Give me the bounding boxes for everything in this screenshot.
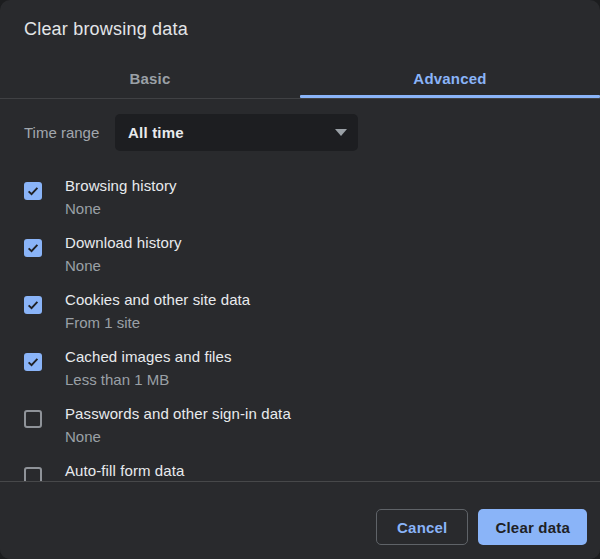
dialog-title: Clear browsing data [24, 19, 188, 40]
time-range-label: Time range [24, 124, 115, 141]
item-sub: None [65, 427, 291, 446]
item-sub: Less than 1 MB [65, 370, 232, 389]
dialog-header: Clear browsing data [0, 0, 600, 58]
checkmark-icon [26, 355, 40, 369]
passwords-checkbox[interactable] [24, 410, 42, 428]
tab-basic-label: Basic [129, 70, 170, 87]
item-label: Cookies and other site data [65, 290, 250, 309]
item-label: Cached images and files [65, 347, 232, 366]
checkmark-icon [26, 184, 40, 198]
item-sub: From 1 site [65, 313, 250, 332]
tab-advanced-label: Advanced [413, 70, 486, 87]
browsing-history-checkbox[interactable] [24, 182, 42, 200]
item-sub: None [65, 199, 177, 218]
item-sub: None [65, 256, 182, 275]
cancel-button[interactable]: Cancel [376, 509, 468, 545]
time-range-selected-value: All time [128, 124, 184, 141]
cached-images-checkbox[interactable] [24, 353, 42, 371]
tab-basic[interactable]: Basic [0, 58, 300, 98]
clear-browsing-data-dialog: Clear browsing data Basic Advanced Time … [0, 0, 600, 559]
clear-data-button[interactable]: Clear data [478, 509, 587, 545]
list-item-cookies: Cookies and other site data From 1 site [0, 290, 600, 347]
data-type-list: Browsing history None Download history N… [0, 176, 600, 482]
list-item-browsing-history: Browsing history None [0, 176, 600, 233]
time-range-select[interactable]: All time [115, 114, 358, 151]
download-history-checkbox[interactable] [24, 239, 42, 257]
cookies-checkbox[interactable] [24, 296, 42, 314]
autofill-checkbox[interactable] [24, 467, 42, 482]
item-label: Browsing history [65, 176, 177, 195]
checkmark-icon [26, 298, 40, 312]
list-item-cached-images: Cached images and files Less than 1 MB [0, 347, 600, 404]
item-label: Auto-fill form data [65, 461, 184, 480]
list-item-download-history: Download history None [0, 233, 600, 290]
dropdown-caret-icon [335, 129, 347, 136]
tab-bar: Basic Advanced [0, 58, 600, 99]
dialog-footer: Cancel Clear data [0, 481, 600, 559]
list-item-autofill: Auto-fill form data [0, 461, 600, 482]
list-item-passwords: Passwords and other sign-in data None [0, 404, 600, 461]
time-range-row: Time range All time [24, 114, 576, 151]
item-label: Passwords and other sign-in data [65, 404, 291, 423]
item-label: Download history [65, 233, 182, 252]
checkmark-icon [26, 241, 40, 255]
tab-advanced[interactable]: Advanced [300, 58, 600, 98]
